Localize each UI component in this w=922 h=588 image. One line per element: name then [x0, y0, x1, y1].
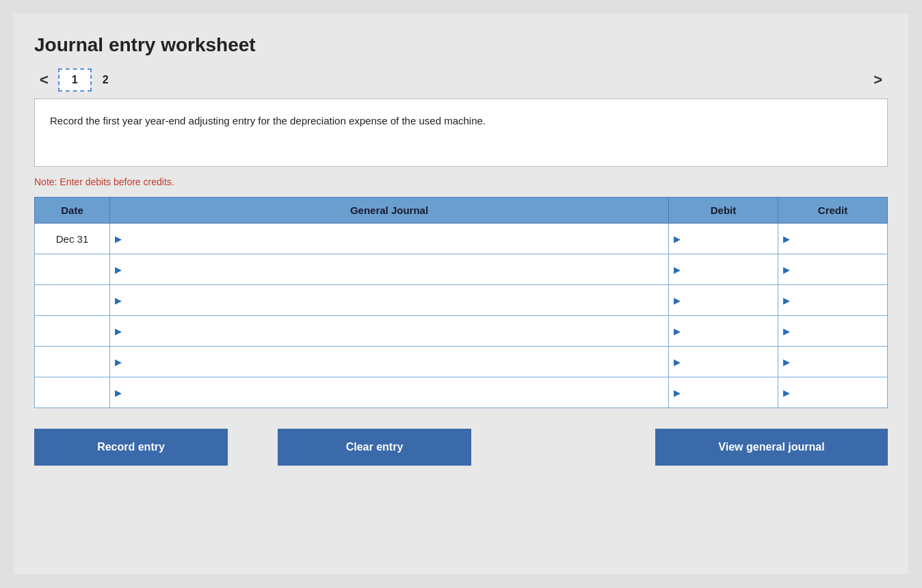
- journal-input-2[interactable]: [123, 285, 666, 315]
- debit-cell-1[interactable]: ▶: [669, 254, 778, 285]
- debit-input-0[interactable]: [682, 224, 775, 254]
- table-row: ▶▶▶: [35, 377, 888, 408]
- tab-2[interactable]: 2: [103, 74, 109, 86]
- date-cell-3[interactable]: [35, 316, 110, 347]
- journal-table: Date General Journal Debit Credit Dec 31…: [34, 197, 888, 408]
- clear-entry-button[interactable]: Clear entry: [278, 429, 471, 466]
- journal-input-0[interactable]: [123, 224, 666, 254]
- debit-cell-0[interactable]: ▶: [669, 224, 778, 254]
- debit-input-3[interactable]: [682, 316, 775, 346]
- credit-input-0[interactable]: [791, 224, 884, 254]
- debit-cell-5[interactable]: ▶: [669, 377, 778, 408]
- debit-cell-4[interactable]: ▶: [669, 347, 778, 377]
- journal-cell-4[interactable]: ▶: [110, 347, 669, 377]
- instruction-text: Record the first year year-end adjusting…: [50, 115, 486, 126]
- debit-input-1[interactable]: [682, 254, 775, 284]
- note-text: Note: Enter debits before credits.: [34, 176, 888, 187]
- prev-arrow[interactable]: <: [34, 68, 54, 92]
- date-cell-0[interactable]: Dec 31: [35, 224, 110, 254]
- journal-input-5[interactable]: [123, 377, 666, 407]
- journal-input-1[interactable]: [123, 254, 666, 284]
- nav-row: < 1 2 >: [34, 68, 888, 92]
- debit-input-2[interactable]: [682, 285, 775, 315]
- journal-cell-1[interactable]: ▶: [110, 254, 669, 285]
- credit-input-5[interactable]: [791, 377, 884, 407]
- table-row: ▶▶▶: [35, 285, 888, 316]
- table-row: ▶▶▶: [35, 254, 888, 285]
- credit-input-3[interactable]: [791, 316, 884, 346]
- date-cell-2[interactable]: [35, 285, 110, 316]
- credit-cell-5[interactable]: ▶: [778, 377, 888, 408]
- table-row: ▶▶▶: [35, 316, 888, 347]
- next-arrow[interactable]: >: [868, 68, 888, 92]
- tab-1[interactable]: 1: [58, 68, 92, 92]
- debit-input-4[interactable]: [682, 347, 775, 377]
- page-title: Journal entry worksheet: [34, 34, 888, 56]
- journal-cell-5[interactable]: ▶: [110, 377, 669, 408]
- debit-input-5[interactable]: [682, 377, 775, 407]
- credit-cell-4[interactable]: ▶: [778, 347, 888, 377]
- main-container: Journal entry worksheet < 1 2 > Record t…: [14, 14, 908, 574]
- table-row: ▶▶▶: [35, 347, 888, 377]
- credit-input-1[interactable]: [791, 254, 884, 284]
- button-row: Record entry Clear entry View general jo…: [34, 429, 888, 466]
- col-header-date: Date: [35, 198, 110, 224]
- date-cell-1[interactable]: [35, 254, 110, 285]
- col-header-credit: Credit: [778, 198, 888, 224]
- journal-input-3[interactable]: [123, 316, 666, 346]
- credit-input-2[interactable]: [791, 285, 884, 315]
- debit-cell-2[interactable]: ▶: [669, 285, 778, 316]
- col-header-debit: Debit: [669, 198, 778, 224]
- journal-input-4[interactable]: [123, 347, 666, 377]
- debit-cell-3[interactable]: ▶: [669, 316, 778, 347]
- credit-cell-0[interactable]: ▶: [778, 224, 888, 254]
- journal-cell-0[interactable]: ▶: [110, 224, 669, 254]
- record-entry-button[interactable]: Record entry: [34, 429, 228, 466]
- view-general-journal-button[interactable]: View general journal: [655, 429, 888, 466]
- journal-cell-2[interactable]: ▶: [110, 285, 669, 316]
- journal-cell-3[interactable]: ▶: [110, 316, 669, 347]
- credit-cell-3[interactable]: ▶: [778, 316, 888, 347]
- table-row: Dec 31▶▶▶: [35, 224, 888, 254]
- col-header-general-journal: General Journal: [110, 198, 669, 224]
- date-cell-4[interactable]: [35, 347, 110, 377]
- credit-input-4[interactable]: [791, 347, 884, 377]
- instruction-box: Record the first year year-end adjusting…: [34, 98, 888, 167]
- date-cell-5[interactable]: [35, 377, 110, 408]
- credit-cell-1[interactable]: ▶: [778, 254, 888, 285]
- credit-cell-2[interactable]: ▶: [778, 285, 888, 316]
